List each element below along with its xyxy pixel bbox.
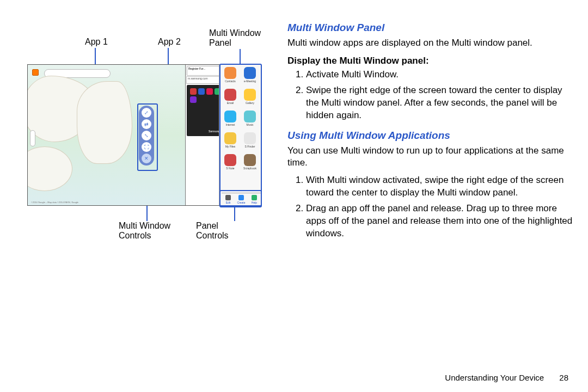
heading-using-mw-apps: Using Multi Window Applications [287, 130, 575, 142]
highlight-apps-panel [219, 64, 262, 207]
map-attribution: ©2014 Google – Map data ©2014 INEGI, Goo… [31, 201, 78, 204]
using-intro-text: You can use Multi window to run up to fo… [287, 145, 575, 169]
heading-multi-window-panel: Multi Window Panel [287, 22, 575, 34]
callout-app1: App 1 [85, 37, 108, 47]
mw-control-icon: ⛶ [142, 142, 151, 152]
mw-control-close-icon: ✕ [142, 154, 151, 163]
callout-mw-controls: Multi Window Controls [119, 221, 179, 240]
promo-app-icon [190, 88, 197, 95]
highlight-panel-controls [219, 190, 262, 206]
promo-app-icon [190, 96, 197, 103]
list-item: Drag an app off the panel and release. D… [306, 203, 575, 240]
multi-window-figure: App 1 App 2 Multi Window Panel [22, 22, 272, 261]
display-steps-list: Activate Multi Window.Swipe the right ed… [287, 69, 575, 122]
leader-line [168, 48, 169, 64]
page-footer: Understanding Your Device 28 [445, 373, 568, 382]
leader-line [240, 49, 241, 65]
list-item: Swipe the right edge of the screen towar… [306, 84, 575, 122]
callout-panel-controls: Panel Controls [196, 221, 229, 240]
map-zoom-icon [30, 130, 35, 146]
mw-control-icon: ⤡ [142, 131, 151, 140]
callout-app2: App 2 [158, 37, 181, 47]
mw-control-icon: ⤢ [142, 108, 151, 118]
multi-window-controls: ⤢ ⇄ ⤡ ⛶ ✕ [139, 106, 154, 166]
subheading-display-panel: Display the Multi Window panel: [287, 56, 575, 66]
footer-section: Understanding Your Device [445, 373, 544, 382]
browser-tab: Register For... [187, 66, 223, 76]
promo-app-icon [206, 88, 213, 95]
leader-line [95, 48, 96, 64]
footer-page-number: 28 [559, 373, 568, 382]
list-item: Activate Multi Window. [306, 69, 575, 81]
promo-app-icon [198, 88, 205, 95]
map-locator-icon [32, 69, 39, 76]
callout-mw-panel: Multi Window Panel [209, 28, 269, 47]
app-1-map: ©2014 Google – Map data ©2014 INEGI, Goo… [28, 65, 185, 205]
list-item: With Multi window activated, swipe the r… [306, 174, 575, 199]
leader-line [146, 206, 148, 221]
panel-intro-text: Multi window apps are displayed on the M… [287, 37, 575, 49]
leader-line [234, 206, 235, 221]
using-steps-list: With Multi window activated, swipe the r… [287, 174, 575, 240]
mw-control-icon: ⇄ [142, 119, 151, 129]
